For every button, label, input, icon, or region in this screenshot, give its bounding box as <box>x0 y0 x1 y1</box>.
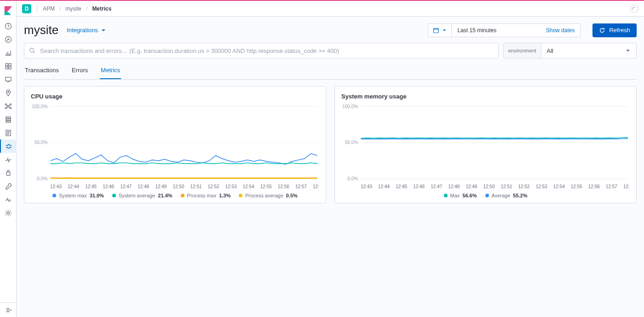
nav-dev-tools-icon[interactable] <box>0 179 17 193</box>
search-box[interactable] <box>24 43 499 58</box>
top-header: D APM / mysite / Metrics <box>17 1 644 17</box>
svg-point-10 <box>10 104 11 105</box>
breadcrumb-sep: / <box>59 6 61 12</box>
svg-rect-15 <box>6 121 11 122</box>
legend-item[interactable]: Process max1.3% <box>181 193 231 198</box>
sidebar-collapse-button[interactable] <box>0 302 17 317</box>
date-picker-group: Last 15 minutes Show dates <box>428 23 581 37</box>
chevron-down-icon <box>625 48 631 53</box>
nav-dashboard-icon[interactable] <box>0 59 17 73</box>
panel-memory-usage: System memory usage 0.0%50.0%100.0% 12:4… <box>334 86 637 203</box>
search-input[interactable] <box>39 47 494 55</box>
legend-value: 31.0% <box>90 193 104 198</box>
breadcrumb-current: Metrics <box>92 6 111 12</box>
legend-value: 55.2% <box>513 193 527 198</box>
kibana-logo[interactable] <box>3 6 13 16</box>
page-content: mysite Integrations Last 15 minutes Show… <box>17 17 644 317</box>
svg-point-18 <box>7 212 9 214</box>
svg-text:100.0%: 100.0% <box>342 104 358 109</box>
calendar-icon <box>433 27 439 34</box>
svg-text:0.0%: 0.0% <box>37 176 47 181</box>
legend-label: Max <box>450 193 460 198</box>
show-dates-link[interactable]: Show dates <box>546 27 575 34</box>
date-range-display[interactable]: Last 15 minutes Show dates <box>452 23 581 37</box>
legend-item[interactable]: Max56.6% <box>444 193 477 198</box>
svg-rect-14 <box>6 119 11 120</box>
chart-mem-legend: Max56.6% Average55.2% <box>341 193 630 198</box>
nav-logs-icon[interactable] <box>0 126 17 139</box>
legend-dot <box>239 194 242 197</box>
page-title: mysite <box>24 23 58 37</box>
svg-point-12 <box>10 107 11 109</box>
chart-cpu: 0.0%50.0%100.0% <box>31 104 319 182</box>
legend-label: Process average <box>245 193 283 198</box>
environment-value: All <box>547 47 553 54</box>
svg-point-11 <box>5 107 6 109</box>
legend-label: System max <box>59 193 87 198</box>
nav-discover-icon[interactable] <box>0 33 17 46</box>
svg-rect-5 <box>9 67 11 69</box>
tab-errors[interactable]: Errors <box>71 62 89 79</box>
refresh-icon <box>599 27 605 34</box>
nav-uptime-icon[interactable] <box>0 153 17 166</box>
nav-monitoring-icon[interactable] <box>0 193 17 206</box>
legend-item[interactable]: Average55.2% <box>485 193 528 198</box>
nav-apm-icon[interactable] <box>0 139 17 153</box>
chart-cpu-legend: System max31.0% System average21.4% Proc… <box>31 193 319 198</box>
environment-filter: environment All <box>503 43 637 58</box>
search-icon <box>29 47 35 54</box>
legend-label: Average <box>492 193 511 198</box>
chart-cpu-xaxis: 12:4312:4412:4512:4612:4712:4812:4912:50… <box>31 183 319 193</box>
breadcrumb-service[interactable]: mysite <box>65 6 81 12</box>
nav-maps-icon[interactable] <box>0 86 17 99</box>
refresh-label: Refresh <box>609 27 630 34</box>
breadcrumb-sep: / <box>86 6 87 12</box>
legend-value: 1.3% <box>219 193 230 198</box>
svg-text:0.0%: 0.0% <box>347 176 358 181</box>
environment-label: environment <box>504 43 541 58</box>
nav-infrastructure-icon[interactable] <box>0 113 17 126</box>
refresh-button[interactable]: Refresh <box>592 23 637 37</box>
tab-metrics[interactable]: Metrics <box>100 62 121 79</box>
global-nav-sidebar <box>0 1 17 317</box>
legend-item[interactable]: Process average0.5% <box>239 193 298 198</box>
legend-value: 56.6% <box>462 193 477 198</box>
svg-point-9 <box>5 104 6 105</box>
breadcrumb-root[interactable]: APM <box>43 6 55 12</box>
svg-rect-19 <box>434 28 439 33</box>
integrations-label: Integrations <box>67 27 98 34</box>
environment-select[interactable]: All <box>541 43 636 58</box>
help-icon[interactable] <box>630 5 638 13</box>
date-quick-select-button[interactable] <box>428 23 452 37</box>
legend-item[interactable]: System max31.0% <box>52 193 104 198</box>
legend-dot <box>485 194 489 197</box>
legend-value: 0.5% <box>286 193 298 198</box>
nav-siem-icon[interactable] <box>0 166 17 179</box>
tab-transactions[interactable]: Transactions <box>24 62 60 79</box>
svg-rect-6 <box>6 77 11 81</box>
legend-dot <box>52 194 56 197</box>
integrations-dropdown[interactable]: Integrations <box>67 27 106 34</box>
legend-dot <box>181 194 184 197</box>
legend-dot <box>444 194 448 197</box>
legend-item[interactable]: System average21.4% <box>112 193 172 198</box>
nav-visualize-icon[interactable] <box>0 46 17 59</box>
legend-value: 21.4% <box>158 193 172 198</box>
service-tabs: Transactions Errors Metrics <box>24 62 637 80</box>
nav-canvas-icon[interactable] <box>0 73 17 86</box>
legend-label: Process max <box>187 193 217 198</box>
svg-text:100.0%: 100.0% <box>32 104 47 109</box>
svg-rect-4 <box>6 67 8 69</box>
nav-ml-icon[interactable] <box>0 99 17 113</box>
svg-point-7 <box>7 91 9 92</box>
space-selector[interactable]: D <box>22 4 31 13</box>
svg-text:50.0%: 50.0% <box>345 140 358 145</box>
legend-dot <box>112 194 116 197</box>
svg-rect-2 <box>6 63 8 66</box>
legend-label: System average <box>119 193 155 198</box>
nav-recent-icon[interactable] <box>0 19 17 33</box>
chart-memory: 0.0%50.0%100.0% <box>341 104 630 182</box>
chevron-down-icon <box>101 28 106 33</box>
nav-management-icon[interactable] <box>0 206 17 219</box>
panel-cpu-usage: CPU usage 0.0%50.0%100.0% 12:4312:4412:4… <box>24 86 326 203</box>
